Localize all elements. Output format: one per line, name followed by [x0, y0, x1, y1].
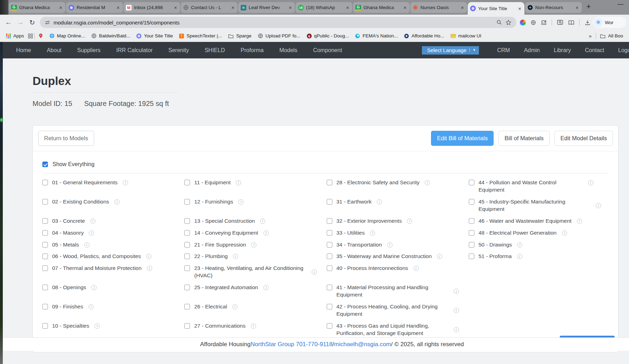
division-checkbox[interactable]: [327, 285, 332, 290]
info-icon[interactable]: i: [94, 323, 100, 329]
tab-close-icon[interactable]: ×: [403, 5, 407, 10]
division-row[interactable]: 44 - Pollution and Waste Control Equipme…: [469, 179, 609, 194]
info-icon[interactable]: i: [263, 230, 269, 236]
division-checkbox[interactable]: [184, 304, 190, 309]
division-checkbox[interactable]: [42, 265, 48, 271]
nav-item-proforma[interactable]: Proforma: [241, 47, 264, 53]
info-icon[interactable]: i: [517, 254, 522, 259]
division-row[interactable]: 28 - Electronic Safety and Securityi: [327, 179, 467, 194]
info-icon[interactable]: i: [114, 199, 120, 205]
back-icon[interactable]: ←: [3, 18, 14, 27]
info-icon[interactable]: i: [370, 230, 375, 236]
division-row[interactable]: 42 - Process Heating, Cooling, and Dryin…: [327, 303, 467, 318]
bookmark-item[interactable]: Your Site Title: [134, 33, 175, 38]
info-icon[interactable]: i: [596, 203, 601, 208]
nav-item-shield[interactable]: SHIELD: [205, 47, 225, 53]
bookmark-item[interactable]: [36, 33, 45, 38]
nav-item-suppliers[interactable]: Suppliers: [77, 47, 101, 53]
tab-close-icon[interactable]: ×: [575, 5, 579, 10]
division-checkbox[interactable]: [42, 180, 48, 185]
browser-tab[interactable]: 18(18) WhatsAp×: [296, 2, 352, 13]
division-row[interactable]: 14 - Conveying Equipmenti: [184, 229, 324, 237]
info-icon[interactable]: i: [91, 285, 97, 290]
division-row[interactable]: 11 - Equipmenti: [184, 179, 324, 194]
browser-tab[interactable]: GGhana Medica×: [353, 2, 410, 13]
division-checkbox[interactable]: [469, 180, 474, 185]
info-icon[interactable]: i: [517, 242, 522, 248]
url-text[interactable]: modular.nsgia.com/model_component/15/com…: [54, 20, 493, 26]
division-row[interactable]: 43 - Process Gas and Liquid Handling, Pu…: [327, 322, 467, 337]
info-icon[interactable]: i: [89, 304, 94, 309]
bookmark-item[interactable]: !SpeechTexter |...: [177, 33, 224, 38]
division-row[interactable]: 22 - Plumbingi: [184, 253, 324, 260]
info-icon[interactable]: i: [454, 327, 459, 332]
division-checkbox[interactable]: [42, 230, 48, 236]
division-row[interactable]: 35 - Waterway and Marine Constructioni: [327, 253, 467, 260]
bookmark-item[interactable]: Baldwin/Bald...: [89, 33, 133, 38]
division-checkbox[interactable]: [184, 199, 190, 205]
division-checkbox[interactable]: [469, 254, 474, 259]
bookmark-item[interactable]: Upload PDF fo...: [255, 33, 303, 38]
division-row[interactable]: 01 - General Requirementsi: [42, 179, 182, 194]
nav-item-component[interactable]: Component: [313, 47, 342, 53]
new-tab-button[interactable]: +: [584, 2, 593, 12]
division-checkbox[interactable]: [469, 242, 474, 248]
site-info-icon[interactable]: [45, 20, 50, 25]
division-row[interactable]: 09 - Finishesi: [42, 303, 182, 318]
nav-item-irr-calculator[interactable]: IRR Calculator: [116, 47, 153, 53]
division-row[interactable]: 48 - Electrical Power Generationi: [469, 229, 609, 237]
info-icon[interactable]: i: [251, 242, 256, 248]
division-checkbox[interactable]: [469, 199, 474, 205]
division-row[interactable]: 13 - Special Constructioni: [184, 217, 324, 225]
browser-tab[interactable]: Your Site Title×: [468, 2, 524, 15]
info-icon[interactable]: i: [387, 242, 393, 248]
tab-search-icon[interactable]: [557, 20, 563, 25]
division-row[interactable]: 10 - Specialtiesi: [42, 322, 182, 337]
division-checkbox[interactable]: [327, 323, 332, 329]
info-icon[interactable]: i: [232, 304, 238, 309]
nav-item-admin[interactable]: Admin: [524, 47, 540, 53]
return-to-models-button[interactable]: Return to Models: [38, 131, 94, 146]
tab-close-icon[interactable]: ×: [231, 5, 235, 10]
division-checkbox[interactable]: [327, 230, 332, 236]
bookmark-item[interactable]: mailcow UI: [448, 33, 484, 38]
division-row[interactable]: 40 - Process Interconnectionsi: [327, 265, 467, 279]
show-everything-row[interactable]: Show Everything: [42, 161, 609, 167]
browser-tab[interactable]: MInbox (24,898×: [123, 2, 180, 13]
division-checkbox[interactable]: [184, 323, 190, 329]
info-icon[interactable]: i: [251, 323, 256, 329]
minimize-window-button[interactable]: —: [617, 1, 623, 8]
tab-close-icon[interactable]: ×: [517, 6, 522, 12]
division-checkbox[interactable]: [184, 265, 190, 271]
profile-chip[interactable]: ❄ Wor: [593, 17, 626, 28]
division-checkbox[interactable]: [469, 218, 474, 224]
division-row[interactable]: 31 - Earthworki: [327, 198, 467, 213]
bookmark-item[interactable]: Map Online...: [47, 33, 87, 38]
info-icon[interactable]: i: [562, 230, 567, 236]
division-checkbox[interactable]: [42, 323, 48, 329]
bookmark-item[interactable]: Affordable Ho...: [402, 33, 447, 38]
color-wheel-icon[interactable]: [520, 20, 526, 26]
division-row[interactable]: 23 - Heating, Ventilating, and Air Condi…: [184, 265, 324, 279]
tab-close-icon[interactable]: ×: [288, 5, 292, 10]
division-checkbox[interactable]: [184, 254, 190, 259]
division-checkbox[interactable]: [42, 242, 48, 248]
division-row[interactable]: 33 - Utilitiesi: [327, 229, 467, 237]
nav-item-library[interactable]: Library: [554, 47, 571, 53]
division-row[interactable]: 26 - Electricali: [184, 303, 324, 318]
division-row[interactable]: 03 - Concretei: [42, 217, 182, 225]
info-icon[interactable]: i: [425, 180, 430, 185]
info-icon[interactable]: i: [123, 180, 128, 185]
info-icon[interactable]: i: [146, 254, 151, 259]
info-icon[interactable]: i: [263, 285, 269, 290]
info-icon[interactable]: i: [238, 199, 243, 205]
division-row[interactable]: 07 - Thermal and Moisture Protectioni: [42, 265, 182, 279]
address-bar[interactable]: modular.nsgia.com/model_component/15/com…: [40, 17, 516, 28]
browser-tab[interactable]: Contact Us - L×: [181, 2, 238, 13]
footer-email-link[interactable]: michaelh@nsgia.com: [334, 341, 391, 348]
info-icon[interactable]: i: [90, 219, 96, 224]
division-checkbox[interactable]: [327, 304, 332, 309]
info-icon[interactable]: i: [260, 219, 265, 224]
division-checkbox[interactable]: [327, 218, 332, 224]
division-row[interactable]: 02 - Existing Conditionsi: [42, 198, 182, 213]
